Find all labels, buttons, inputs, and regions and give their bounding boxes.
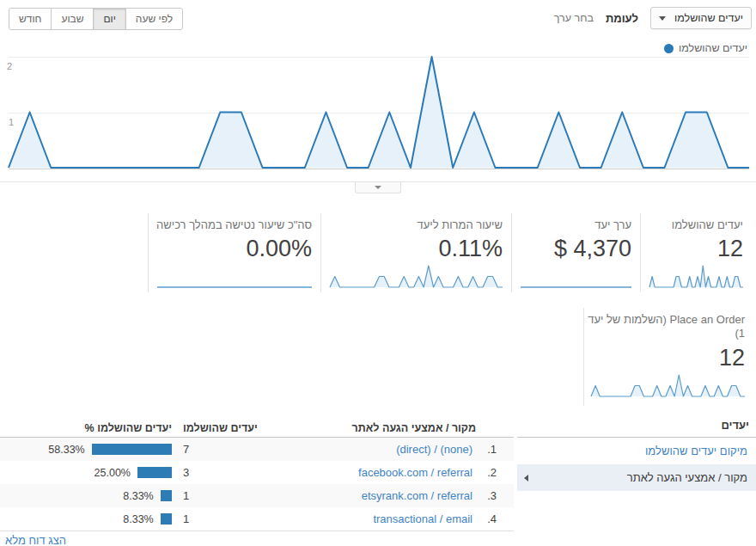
scorecard-goal1-place-an-order: Place an Order (השלמות של יעד 1) 12 <box>583 308 752 406</box>
percent-cell: 8.33% <box>0 513 176 525</box>
source-link[interactable]: transactional / email <box>373 512 472 525</box>
row-rank: .4 <box>481 512 497 525</box>
scorecard-title-line1: Place an Order (השלמות של יעד <box>591 313 745 327</box>
percent-bar <box>92 444 172 455</box>
scorecard-goal-completions: יעדים שהושלמו 12 <box>640 213 752 292</box>
source-cell: etsyrank.com / referral .3 <box>335 489 514 502</box>
percent-bar <box>161 490 172 501</box>
table-row: 8.33% 1 etsyrank.com / referral .3 <box>0 484 514 507</box>
header-completions: יעדים שהושלמו <box>176 422 335 434</box>
completions-value: 1 <box>176 512 335 525</box>
percent-value: 8.33% <box>123 490 153 502</box>
scorecard-title: ערך יעד <box>521 218 631 231</box>
percent-value: 25.00% <box>94 467 131 479</box>
table-row: 58.33% 7 (direct) / (none) .1 <box>0 438 514 461</box>
source-medium-table: % יעדים שהושלמו יעדים שהושלמו מקור / אמצ… <box>0 419 514 531</box>
goals-timeseries-chart <box>9 57 749 169</box>
completions-value: 3 <box>176 466 335 479</box>
metric-selector-bar: בחר ערך לעומת יעדים שהושלמו <box>554 7 752 29</box>
metric-select-value: יעדים שהושלמו <box>674 12 743 24</box>
scorecard-title-line2: 1) <box>591 327 745 340</box>
scorecard-sparkline <box>649 266 743 288</box>
source-cell: facebook.com / referral .2 <box>335 466 514 479</box>
header-source-medium: מקור / אמצעי הגעה לאתר <box>335 422 514 434</box>
scorecard-sparkline <box>157 266 312 288</box>
x-axis-line <box>9 169 749 169</box>
goals-sidebar: יעדים מיקום יעדים שהושלמו מקור / אמצעי ה… <box>517 419 756 491</box>
source-link[interactable]: (direct) / (none) <box>396 443 472 456</box>
chart-legend: יעדים שהושלמו <box>664 42 747 54</box>
scorecards-row: יעדים שהושלמו 12 ערך יעד $ 4,370 שיעור ה… <box>148 213 752 292</box>
selected-item-arrow-icon <box>524 475 528 482</box>
button-hourly[interactable]: לפי שעה <box>125 8 183 30</box>
scorecard-value: $ 4,370 <box>521 236 631 261</box>
scorecard-sparkline <box>521 266 631 288</box>
sidebar-item-label: מקור / אמצעי הגעה לאתר <box>627 471 747 484</box>
scorecard-conversion-rate: שיעור המרות ליעד 0.11% <box>320 213 511 292</box>
time-granularity-button-group: חודש שבוע יום לפי שעה <box>9 8 183 30</box>
percent-cell: 8.33% <box>0 490 176 502</box>
button-week[interactable]: שבוע <box>51 8 94 30</box>
collapse-chart-button[interactable] <box>355 182 401 193</box>
scorecard-value: 0.00% <box>157 236 312 261</box>
scorecard-abandonment-rate: סה"כ שיעור נטישה במהלך רכישה 0.00% <box>148 213 320 292</box>
scorecard-goal-value: ערך יעד $ 4,370 <box>511 213 640 292</box>
sidebar-item-source-medium[interactable]: מקור / אמצעי הגעה לאתר <box>517 464 756 491</box>
choose-metric-link[interactable]: בחר ערך <box>554 12 594 24</box>
source-cell: transactional / email .4 <box>335 512 514 525</box>
scorecard-value: 12 <box>649 236 743 261</box>
source-link[interactable]: facebook.com / referral <box>358 466 472 479</box>
percent-value: 8.33% <box>123 513 153 525</box>
metric-select[interactable]: יעדים שהושלמו <box>650 7 752 29</box>
row-rank: .3 <box>481 489 497 502</box>
sidebar-header: יעדים <box>517 419 756 438</box>
table-header-row: % יעדים שהושלמו יעדים שהושלמו מקור / אמצ… <box>0 419 514 438</box>
compare-label: לעומת <box>606 12 638 25</box>
row-rank: .2 <box>481 466 497 479</box>
source-cell: (direct) / (none) .1 <box>335 443 514 456</box>
scorecard-value: 0.11% <box>330 236 503 261</box>
scorecard-title: שיעור המרות ליעד <box>330 218 503 231</box>
table-bottom-border <box>0 531 514 531</box>
table-row: 25.00% 3 facebook.com / referral .2 <box>0 461 514 484</box>
scorecard-title: סה"כ שיעור נטישה במהלך רכישה <box>157 218 312 231</box>
goals-overview-widget: חודש שבוע יום לפי שעה בחר ערך לעומת יעדי… <box>0 0 756 546</box>
row-rank: .1 <box>481 443 497 456</box>
percent-cell: 25.00% <box>0 467 176 479</box>
header-percent-completions: % יעדים שהושלמו <box>0 422 176 434</box>
scorecard-title: יעדים שהושלמו <box>649 218 743 231</box>
percent-cell: 58.33% <box>0 444 176 456</box>
completions-value: 1 <box>176 489 335 502</box>
scorecard-sparkline <box>591 375 745 397</box>
button-day[interactable]: יום <box>93 8 125 30</box>
button-month[interactable]: חודש <box>9 8 52 30</box>
sidebar-item-goal-completion-location[interactable]: מיקום יעדים שהושלמו <box>517 438 756 464</box>
table-row: 8.33% 1 transactional / email .4 <box>0 507 514 531</box>
percent-bar <box>137 467 172 478</box>
completions-value: 7 <box>176 443 335 456</box>
view-full-report-link[interactable]: הצג דוח מלא <box>5 534 66 546</box>
percent-bar <box>161 513 172 525</box>
scorecard-sparkline <box>330 266 503 288</box>
dropdown-arrow-icon <box>659 16 666 21</box>
source-link[interactable]: etsyrank.com / referral <box>362 489 472 502</box>
legend-label: יעדים שהושלמו <box>679 42 747 54</box>
scorecard-value: 12 <box>591 345 745 371</box>
chevron-down-icon <box>375 186 381 189</box>
legend-dot-icon <box>664 44 674 53</box>
percent-value: 58.33% <box>48 444 84 456</box>
